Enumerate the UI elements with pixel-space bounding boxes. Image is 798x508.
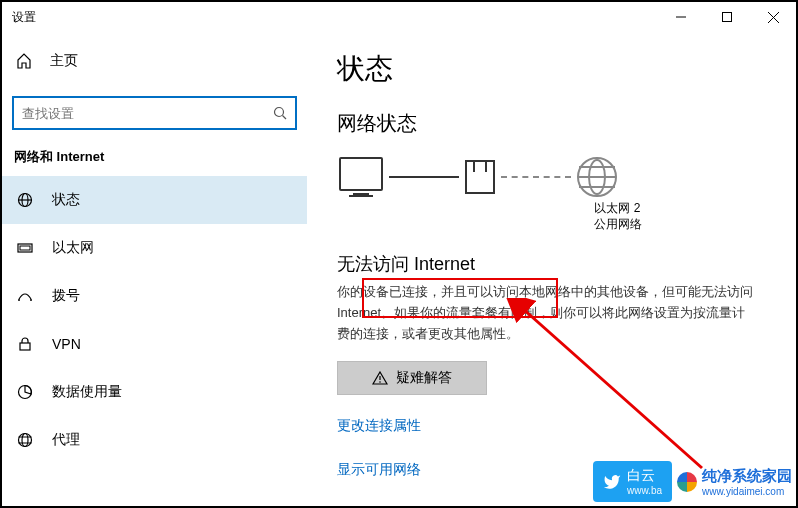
ethernet-icon: [16, 240, 34, 256]
router-icon: [465, 160, 495, 194]
nav-label: 拨号: [52, 287, 80, 305]
watermark-chunjing: 纯净系统家园 www.yidaimei.com: [676, 467, 792, 497]
troubleshoot-label: 疑难解答: [396, 369, 452, 387]
change-connection-link[interactable]: 更改连接属性: [337, 417, 776, 435]
watermark-baiyun-text: 白云 www.ba: [627, 467, 662, 496]
home-nav[interactable]: 主页: [2, 40, 307, 82]
svg-rect-10: [20, 246, 30, 250]
svg-rect-13: [20, 343, 30, 350]
watermark-baiyun: 白云 www.ba: [593, 461, 672, 502]
nav-item-status[interactable]: 状态: [2, 176, 307, 224]
nav-label: VPN: [52, 336, 81, 352]
nav-item-vpn[interactable]: VPN: [2, 320, 307, 368]
warning-icon: [372, 371, 388, 385]
proxy-icon: [16, 432, 34, 448]
troubleshoot-button[interactable]: 疑难解答: [337, 361, 487, 395]
device-icon: [339, 157, 383, 197]
svg-point-16: [22, 434, 28, 447]
connection-line-local: [389, 176, 459, 178]
datausage-icon: [16, 384, 34, 400]
window-title: 设置: [12, 9, 36, 26]
search-field[interactable]: [22, 106, 273, 121]
window-controls: [658, 2, 796, 32]
svg-point-12: [30, 299, 32, 301]
maximize-button[interactable]: [704, 2, 750, 32]
watermark-chunjing-text: 纯净系统家园 www.yidaimei.com: [702, 467, 792, 497]
router-name: 以太网 2: [459, 201, 776, 217]
settings-window: 设置 主页: [0, 0, 798, 508]
search-container: [2, 96, 307, 148]
vpn-icon: [16, 336, 34, 352]
pinwheel-icon: [676, 471, 698, 493]
titlebar: 设置: [2, 2, 796, 32]
nav-item-proxy[interactable]: 代理: [2, 416, 307, 464]
bird-icon: [603, 473, 621, 491]
svg-rect-1: [723, 13, 732, 22]
svg-line-5: [283, 116, 287, 120]
minimize-button[interactable]: [658, 2, 704, 32]
svg-point-20: [379, 381, 381, 383]
svg-point-15: [19, 434, 32, 447]
close-button[interactable]: [750, 2, 796, 32]
search-input[interactable]: [12, 96, 297, 130]
nav-label: 状态: [52, 191, 80, 209]
svg-point-4: [275, 108, 284, 117]
status-heading: 无法访问 Internet: [337, 252, 776, 276]
watermark-badges: 白云 www.ba 纯净系统家园 www.yidaimei.com: [593, 461, 792, 502]
section-title: 网络和 Internet: [2, 148, 307, 176]
content-area: 主页 网络和 Internet 状态: [2, 32, 796, 506]
router-type: 公用网络: [459, 217, 776, 233]
search-icon: [273, 106, 287, 120]
page-title: 状态: [337, 50, 776, 88]
home-icon: [16, 53, 32, 69]
globe-icon: [577, 157, 617, 197]
nav-item-dialup[interactable]: 拨号: [2, 272, 307, 320]
status-icon: [16, 192, 34, 208]
nav-label: 以太网: [52, 239, 94, 257]
network-diagram: [339, 157, 776, 197]
status-description: 你的设备已连接，并且可以访问本地网络中的其他设备，但可能无法访问 Interne…: [337, 282, 757, 344]
connection-line-internet: [501, 176, 571, 178]
nav-item-ethernet[interactable]: 以太网: [2, 224, 307, 272]
main-panel: 状态 网络状态 以太网 2 公用网络 无法访问 Internet 你的设备已连接…: [307, 32, 796, 506]
nav-label: 代理: [52, 431, 80, 449]
router-label: 以太网 2 公用网络: [459, 201, 776, 232]
dialup-icon: [16, 289, 34, 303]
nav-item-datausage[interactable]: 数据使用量: [2, 368, 307, 416]
svg-point-11: [18, 299, 20, 301]
nav-label: 数据使用量: [52, 383, 122, 401]
section-subtitle: 网络状态: [337, 110, 776, 137]
home-label: 主页: [50, 52, 78, 70]
sidebar: 主页 网络和 Internet 状态: [2, 32, 307, 506]
